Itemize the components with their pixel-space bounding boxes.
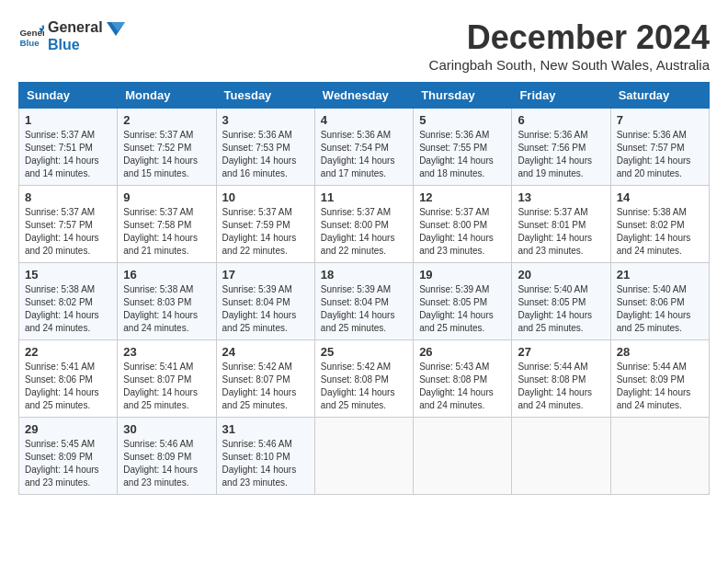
calendar-cell: 3 Sunrise: 5:36 AMSunset: 7:53 PMDayligh… (216, 109, 314, 186)
calendar-cell: 15 Sunrise: 5:38 AMSunset: 8:02 PMDaylig… (19, 263, 118, 340)
day-info: Sunrise: 5:37 AMSunset: 7:51 PMDaylight:… (25, 129, 111, 180)
day-number: 16 (123, 268, 210, 282)
col-saturday: Saturday (610, 83, 709, 109)
day-info: Sunrise: 5:46 AMSunset: 8:10 PMDaylight:… (222, 438, 309, 489)
day-number: 10 (222, 190, 309, 204)
calendar-cell: 7 Sunrise: 5:36 AMSunset: 7:57 PMDayligh… (610, 109, 709, 186)
day-number: 2 (123, 113, 210, 127)
calendar-week-5: 29 Sunrise: 5:45 AMSunset: 8:09 PMDaylig… (19, 418, 710, 495)
day-info: Sunrise: 5:38 AMSunset: 8:02 PMDaylight:… (25, 283, 111, 335)
day-info: Sunrise: 5:45 AMSunset: 8:09 PMDaylight:… (25, 438, 111, 489)
calendar-cell (610, 418, 709, 495)
col-wednesday: Wednesday (314, 83, 413, 109)
calendar-cell: 22 Sunrise: 5:41 AMSunset: 8:06 PMDaylig… (19, 340, 118, 418)
calendar-cell (512, 418, 610, 495)
calendar-cell (314, 418, 413, 495)
calendar-cell: 5 Sunrise: 5:36 AMSunset: 7:55 PMDayligh… (414, 109, 512, 186)
title-section: December 2024 Caringbah South, New South… (429, 18, 710, 73)
calendar-cell: 20 Sunrise: 5:40 AMSunset: 8:05 PMDaylig… (512, 263, 610, 340)
day-info: Sunrise: 5:39 AMSunset: 8:04 PMDaylight:… (222, 283, 309, 335)
calendar-cell: 16 Sunrise: 5:38 AMSunset: 8:03 PMDaylig… (118, 263, 216, 340)
svg-text:Blue: Blue (19, 38, 40, 48)
day-info: Sunrise: 5:38 AMSunset: 8:03 PMDaylight:… (123, 283, 210, 335)
day-info: Sunrise: 5:37 AMSunset: 8:01 PMDaylight:… (518, 206, 604, 258)
calendar-cell: 26 Sunrise: 5:43 AMSunset: 8:08 PMDaylig… (414, 340, 512, 418)
day-number: 24 (222, 345, 309, 359)
calendar-week-4: 22 Sunrise: 5:41 AMSunset: 8:06 PMDaylig… (19, 340, 710, 418)
calendar-cell: 9 Sunrise: 5:37 AMSunset: 7:58 PMDayligh… (118, 186, 216, 263)
calendar-cell: 6 Sunrise: 5:36 AMSunset: 7:56 PMDayligh… (512, 109, 610, 186)
day-info: Sunrise: 5:41 AMSunset: 8:06 PMDaylight:… (25, 361, 111, 412)
calendar-cell: 18 Sunrise: 5:39 AMSunset: 8:04 PMDaylig… (314, 263, 413, 340)
day-number: 21 (617, 268, 703, 282)
day-number: 20 (518, 268, 604, 282)
day-info: Sunrise: 5:41 AMSunset: 8:07 PMDaylight:… (123, 361, 210, 412)
calendar-cell: 8 Sunrise: 5:37 AMSunset: 7:57 PMDayligh… (19, 186, 118, 263)
calendar-cell: 29 Sunrise: 5:45 AMSunset: 8:09 PMDaylig… (19, 418, 118, 495)
day-info: Sunrise: 5:36 AMSunset: 7:54 PMDaylight:… (321, 129, 407, 180)
col-friday: Friday (512, 83, 610, 109)
day-info: Sunrise: 5:39 AMSunset: 8:05 PMDaylight:… (419, 283, 506, 335)
day-number: 18 (321, 268, 407, 282)
day-number: 1 (25, 113, 111, 127)
logo: General Blue General Blue (18, 18, 125, 53)
day-number: 5 (419, 113, 506, 127)
calendar-table: Sunday Monday Tuesday Wednesday Thursday… (18, 82, 710, 495)
header-row: Sunday Monday Tuesday Wednesday Thursday… (19, 83, 710, 109)
day-number: 29 (25, 422, 111, 436)
day-number: 31 (222, 422, 309, 436)
day-info: Sunrise: 5:37 AMSunset: 7:52 PMDaylight:… (123, 129, 210, 180)
calendar-cell: 19 Sunrise: 5:39 AMSunset: 8:05 PMDaylig… (414, 263, 512, 340)
col-monday: Monday (118, 83, 216, 109)
day-info: Sunrise: 5:40 AMSunset: 8:05 PMDaylight:… (518, 283, 604, 335)
month-title: December 2024 (429, 18, 710, 57)
day-number: 15 (25, 268, 111, 282)
col-thursday: Thursday (414, 83, 512, 109)
calendar-cell: 25 Sunrise: 5:42 AMSunset: 8:08 PMDaylig… (314, 340, 413, 418)
calendar-cell: 13 Sunrise: 5:37 AMSunset: 8:01 PMDaylig… (512, 186, 610, 263)
day-info: Sunrise: 5:37 AMSunset: 7:59 PMDaylight:… (222, 206, 309, 258)
day-number: 7 (617, 113, 703, 127)
calendar-cell: 14 Sunrise: 5:38 AMSunset: 8:02 PMDaylig… (610, 186, 709, 263)
day-info: Sunrise: 5:42 AMSunset: 8:07 PMDaylight:… (222, 361, 309, 412)
logo-arrow-icon (107, 22, 125, 50)
calendar-cell: 1 Sunrise: 5:37 AMSunset: 7:51 PMDayligh… (19, 109, 118, 186)
day-number: 27 (518, 345, 604, 359)
day-number: 22 (25, 345, 111, 359)
calendar-week-2: 8 Sunrise: 5:37 AMSunset: 7:57 PMDayligh… (19, 186, 710, 263)
calendar-cell: 11 Sunrise: 5:37 AMSunset: 8:00 PMDaylig… (314, 186, 413, 263)
calendar-cell: 4 Sunrise: 5:36 AMSunset: 7:54 PMDayligh… (314, 109, 413, 186)
calendar-cell: 10 Sunrise: 5:37 AMSunset: 7:59 PMDaylig… (216, 186, 314, 263)
day-info: Sunrise: 5:40 AMSunset: 8:06 PMDaylight:… (617, 283, 703, 335)
header: General Blue General Blue December 2024 … (18, 18, 710, 73)
day-number: 8 (25, 190, 111, 204)
day-number: 12 (419, 190, 506, 204)
logo-general: General (48, 18, 103, 36)
calendar-cell: 31 Sunrise: 5:46 AMSunset: 8:10 PMDaylig… (216, 418, 314, 495)
calendar-cell: 23 Sunrise: 5:41 AMSunset: 8:07 PMDaylig… (118, 340, 216, 418)
calendar-cell: 28 Sunrise: 5:44 AMSunset: 8:09 PMDaylig… (610, 340, 709, 418)
calendar-cell: 21 Sunrise: 5:40 AMSunset: 8:06 PMDaylig… (610, 263, 709, 340)
col-sunday: Sunday (19, 83, 118, 109)
day-info: Sunrise: 5:43 AMSunset: 8:08 PMDaylight:… (419, 361, 506, 412)
day-info: Sunrise: 5:36 AMSunset: 7:53 PMDaylight:… (222, 129, 309, 180)
day-info: Sunrise: 5:37 AMSunset: 7:57 PMDaylight:… (25, 206, 111, 258)
day-info: Sunrise: 5:36 AMSunset: 7:57 PMDaylight:… (617, 129, 703, 180)
calendar-cell: 24 Sunrise: 5:42 AMSunset: 8:07 PMDaylig… (216, 340, 314, 418)
calendar-cell (414, 418, 512, 495)
day-number: 14 (617, 190, 703, 204)
day-info: Sunrise: 5:36 AMSunset: 7:55 PMDaylight:… (419, 129, 506, 180)
day-number: 9 (123, 190, 210, 204)
day-info: Sunrise: 5:36 AMSunset: 7:56 PMDaylight:… (518, 129, 604, 180)
logo-blue: Blue (48, 36, 103, 53)
location-title: Caringbah South, New South Wales, Austra… (429, 57, 710, 73)
calendar-cell: 27 Sunrise: 5:44 AMSunset: 8:08 PMDaylig… (512, 340, 610, 418)
day-number: 25 (321, 345, 407, 359)
day-number: 3 (222, 113, 309, 127)
day-number: 19 (419, 268, 506, 282)
day-info: Sunrise: 5:37 AMSunset: 8:00 PMDaylight:… (321, 206, 407, 258)
day-number: 17 (222, 268, 309, 282)
day-info: Sunrise: 5:46 AMSunset: 8:09 PMDaylight:… (123, 438, 210, 489)
day-number: 6 (518, 113, 604, 127)
calendar-cell: 17 Sunrise: 5:39 AMSunset: 8:04 PMDaylig… (216, 263, 314, 340)
